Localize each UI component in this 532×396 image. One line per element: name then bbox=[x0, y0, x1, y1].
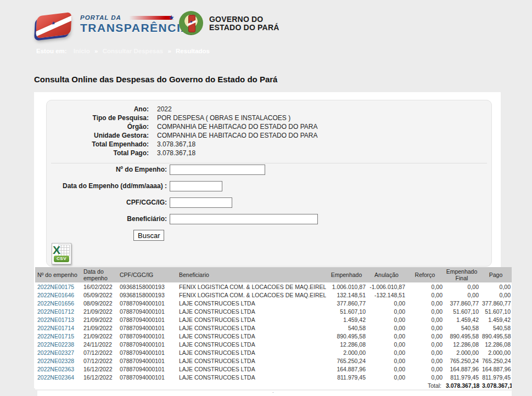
total-empenhado-final: 3.078.367,18 bbox=[444, 381, 480, 389]
table-cell: 12.286,08 bbox=[326, 340, 367, 348]
empenho-link[interactable]: 2022NE01656 bbox=[35, 299, 81, 307]
table-cell: 0,00 bbox=[367, 340, 406, 348]
field-label: Nº do Empenho: bbox=[47, 166, 167, 173]
table-cell: 51.607,10 bbox=[480, 307, 512, 315]
table-cell: 07887094000101 bbox=[117, 348, 177, 357]
table-cell: 07/12/2022 bbox=[81, 348, 117, 357]
table-cell: 164.887,96 bbox=[444, 365, 480, 373]
results-table: Nº do empenhoData do empenhoCPF/CGC/IGBe… bbox=[35, 267, 512, 389]
empenho-link[interactable]: 2022NE02327 bbox=[35, 348, 81, 357]
column-header: CPF/CGC/IG bbox=[117, 267, 177, 282]
table-cell: 890.495,58 bbox=[326, 332, 367, 340]
empenho-link[interactable]: 2022NE02363 bbox=[35, 365, 81, 373]
table-cell: 1.459,42 bbox=[480, 315, 512, 324]
table-cell: 0,00 bbox=[367, 315, 406, 324]
table-cell: 0,00 bbox=[406, 357, 444, 365]
empenho-link[interactable]: 2022NE01646 bbox=[35, 291, 81, 299]
table-cell: 0,00 bbox=[444, 282, 480, 291]
summary-value: COMPANHIA DE HABITACAO DO ESTADO DO PARA bbox=[157, 122, 318, 131]
summary-value: COMPANHIA DE HABITACAO DO ESTADO DO PARA bbox=[157, 131, 318, 140]
column-header: Pago bbox=[480, 267, 512, 282]
empenho-link[interactable]: 2022NE01712 bbox=[35, 307, 81, 315]
table-header-row: Nº do empenhoData do empenhoCPF/CGC/IGBe… bbox=[35, 267, 512, 282]
governo-estado-para-label: GOVERNO DO ESTADO DO PARÁ bbox=[209, 15, 279, 32]
red-gradient-bar: ★ bbox=[129, 16, 172, 20]
table-cell: 0,00 bbox=[406, 299, 444, 307]
table-cell: 24/11/2022 bbox=[81, 340, 117, 348]
table-cell: FENIX LOGISTICA COM. & LOCACOES DE MAQ.E… bbox=[177, 282, 326, 291]
flag-shape: ★ bbox=[36, 12, 72, 38]
empenho-link[interactable]: 2022NE02328 bbox=[35, 357, 81, 365]
table-cell: 07/12/2022 bbox=[81, 357, 117, 365]
numero-empenho-input[interactable] bbox=[170, 165, 265, 175]
empenho-link[interactable]: 2022NE01713 bbox=[35, 315, 81, 324]
table-cell: 07887094000101 bbox=[117, 307, 177, 315]
table-cell: 12.286,08 bbox=[444, 340, 480, 348]
data-empenho-input[interactable] bbox=[170, 181, 222, 191]
table-row: 2022NE0232807/12/202207887094000101LAJE … bbox=[35, 357, 512, 365]
table-cell: 1.006.010,87 bbox=[326, 282, 367, 291]
empty-cell bbox=[117, 381, 177, 389]
table-cell: 890.495,58 bbox=[444, 332, 480, 340]
table-cell: 377.860,77 bbox=[444, 299, 480, 307]
table-cell: 0,00 bbox=[406, 373, 444, 381]
summary-label: Total Empenhado: bbox=[47, 140, 149, 149]
table-cell: 0,00 bbox=[406, 315, 444, 324]
para-coat-of-arms-icon: ★ bbox=[178, 10, 204, 37]
table-cell: 16/12/2022 bbox=[81, 373, 117, 381]
empenho-link[interactable]: 2022NE02238 bbox=[35, 340, 81, 348]
breadcrumb-prefix: Estou em: bbox=[36, 48, 67, 54]
summary-value: POR DESPESA ( OBRAS E INSTALACOES ) bbox=[157, 114, 290, 122]
table-cell: 132.148,51 bbox=[326, 291, 367, 299]
table-cell: 21/09/2022 bbox=[81, 315, 117, 324]
field-label: Data do Empenho (dd/mm/aaaa) : bbox=[47, 182, 167, 190]
table-cell: 16/02/2022 bbox=[81, 282, 117, 291]
total-label: Total: bbox=[406, 381, 444, 389]
table-cell: 07887094000101 bbox=[117, 324, 177, 332]
gov-line1: GOVERNO DO bbox=[209, 15, 279, 24]
csv-x-glyph: X bbox=[53, 244, 60, 256]
table-cell: 164.887,96 bbox=[480, 365, 512, 373]
breadcrumb-link-consultar-despesas[interactable]: Consultar Despesas bbox=[103, 48, 164, 54]
table-cell: 0,00 bbox=[406, 340, 444, 348]
csv-export-icon[interactable]: X CSV bbox=[52, 243, 71, 264]
empenho-link[interactable]: 2022NE01715 bbox=[35, 332, 81, 340]
table-cell: 1.459,42 bbox=[444, 315, 480, 324]
column-header: Beneficiario bbox=[177, 267, 326, 282]
table-cell: 0,00 bbox=[367, 357, 406, 365]
empenho-link[interactable]: 2022NE01714 bbox=[35, 324, 81, 332]
table-cell: 12.286,08 bbox=[480, 340, 512, 348]
table-cell: 0,00 bbox=[406, 291, 444, 299]
buscar-button[interactable]: Buscar bbox=[133, 230, 164, 241]
empenho-link[interactable]: 2022NE00175 bbox=[35, 282, 81, 291]
query-summary-and-search-panel: Ano: 2022 Tipo de Pesquisa: POR DESPESA … bbox=[46, 100, 492, 267]
search-field-row: Data do Empenho (dd/mm/aaaa) : bbox=[47, 180, 491, 191]
table-cell: 0,00 bbox=[480, 282, 512, 291]
table-cell: 0,00 bbox=[367, 299, 406, 307]
cpf-cgc-ig-input[interactable] bbox=[170, 197, 232, 208]
beneficiario-input[interactable] bbox=[170, 214, 318, 224]
breadcrumb-current: Resultados bbox=[176, 48, 210, 54]
table-row: 2022NE0165608/09/202207887094000101LAJE … bbox=[35, 299, 512, 307]
table-row: 2022NE0171221/09/202207887094000101LAJE … bbox=[35, 307, 512, 315]
column-header: Anulação bbox=[367, 267, 406, 282]
total-pago: 3.078.367,18 bbox=[480, 381, 512, 389]
table-cell: 811.979,45 bbox=[326, 373, 367, 381]
empenho-link[interactable]: 2022NE02364 bbox=[35, 373, 81, 381]
table-cell: 377.860,77 bbox=[480, 299, 512, 307]
table-row: 2022NE0171421/09/202207887094000101LAJE … bbox=[35, 324, 512, 332]
breadcrumb: Estou em: Início » Consultar Despesas » … bbox=[36, 48, 210, 54]
summary-value: 3.078.367,18 bbox=[157, 140, 195, 149]
table-cell: LAJE CONSTRUCOES LTDA bbox=[177, 373, 326, 381]
breadcrumb-link-inicio[interactable]: Início bbox=[74, 48, 90, 54]
csv-banner-label: CSV bbox=[54, 256, 69, 262]
table-cell: 2.000,00 bbox=[444, 348, 480, 357]
summary-row: Unidade Gestora: COMPANHIA DE HABITACAO … bbox=[47, 131, 491, 140]
summary-label: Órgão: bbox=[47, 122, 149, 131]
footer-strip: · bbox=[37, 391, 512, 396]
table-row: 2022NE0017516/02/202209368158000193FENIX… bbox=[35, 282, 512, 291]
table-cell: 811.979,45 bbox=[480, 373, 512, 381]
empty-cell bbox=[35, 381, 81, 389]
table-cell: LAJE CONSTRUCOES LTDA bbox=[177, 340, 326, 348]
gov-line2: ESTADO DO PARÁ bbox=[209, 24, 279, 32]
